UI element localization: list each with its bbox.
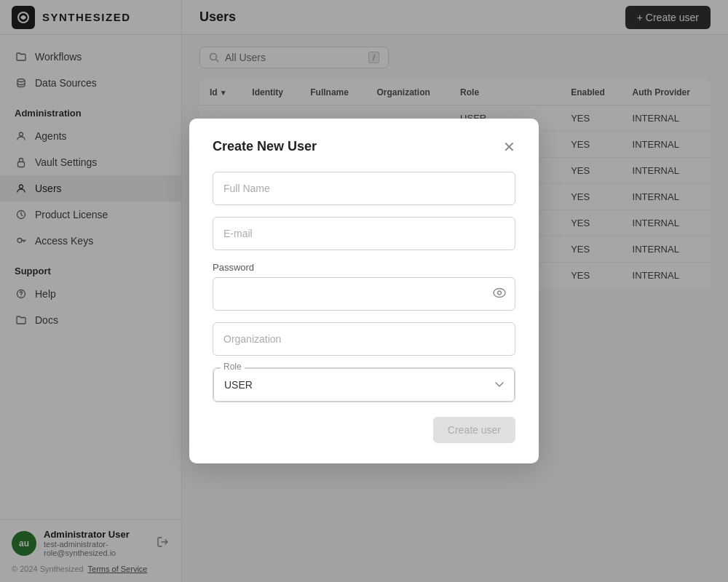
password-group: Password [213, 262, 515, 311]
password-label: Password [213, 262, 515, 273]
full-name-group [213, 172, 515, 205]
full-name-input[interactable] [213, 172, 515, 205]
role-group: Role USER ADMINISTRATOR COMPLIANCE OWNER [213, 367, 515, 402]
password-input[interactable] [213, 277, 515, 311]
organization-group [213, 322, 515, 356]
eye-icon [492, 288, 507, 298]
password-toggle-button[interactable] [492, 287, 507, 302]
modal-footer: Create user [213, 417, 515, 443]
svg-point-10 [494, 289, 505, 298]
password-wrapper [213, 277, 515, 311]
email-input[interactable] [213, 217, 515, 250]
create-user-modal: Create New User ✕ Password Role [189, 119, 539, 463]
role-container: Role USER ADMINISTRATOR COMPLIANCE OWNER [213, 367, 515, 402]
role-select[interactable]: USER ADMINISTRATOR COMPLIANCE OWNER [213, 368, 515, 402]
organization-input[interactable] [213, 322, 515, 356]
svg-point-11 [498, 291, 502, 295]
modal-create-user-button[interactable]: Create user [433, 417, 515, 443]
modal-title: Create New User [213, 139, 317, 154]
modal-overlay: Create New User ✕ Password Role [0, 0, 728, 582]
modal-header: Create New User ✕ [213, 139, 515, 154]
role-label: Role [221, 362, 245, 372]
email-group [213, 217, 515, 250]
modal-close-button[interactable]: ✕ [503, 140, 515, 154]
